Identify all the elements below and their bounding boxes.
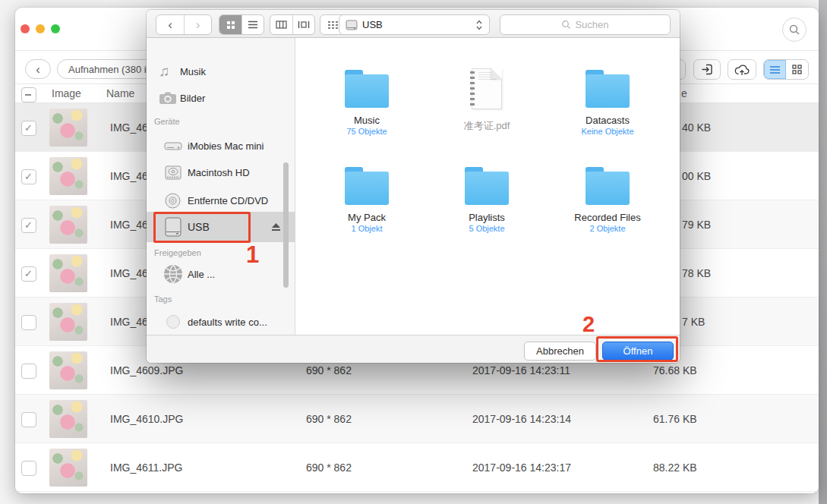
sidebar-item-musik[interactable]: ♫ Musik <box>147 60 295 83</box>
cloud-upload-button[interactable] <box>728 59 756 80</box>
folder-icon <box>465 172 509 205</box>
sidebar-item-macintosh-hd[interactable]: Macintosh HD <box>147 161 295 184</box>
sidebar-item-label: defaults write co... <box>188 317 267 328</box>
dialog-forward-button[interactable]: › <box>184 15 211 34</box>
row-checkbox[interactable] <box>21 218 36 233</box>
row-checkbox[interactable] <box>21 315 36 330</box>
open-file-dialog: ‹ › <box>147 10 680 363</box>
column-header-size-partial[interactable]: e <box>681 87 687 99</box>
breadcrumb-label: Aufnahmen (380 ite <box>68 64 154 75</box>
mac-mini-icon <box>164 142 182 150</box>
sidebar-item-bilder[interactable]: Bilder <box>147 87 295 109</box>
annotation-box-2 <box>596 336 678 362</box>
sidebar-item-imobies-mac-mini[interactable]: iMobies Mac mini <box>147 134 295 157</box>
sidebar-item-label: Bilder <box>180 93 205 104</box>
photo-thumbnail[interactable] <box>49 206 87 244</box>
file-size: 88.22 KB <box>653 461 697 474</box>
file-item-datacasts[interactable]: Datacasts Keine Objekte <box>558 68 657 136</box>
file-size: 78 KB <box>682 267 711 279</box>
photo-thumbnail[interactable] <box>49 351 87 389</box>
row-checkbox[interactable] <box>21 266 36 282</box>
file-name: IMG_4611.JPG <box>110 461 182 474</box>
photo-thumbnail[interactable] <box>49 157 87 195</box>
chevron-left-icon: ‹ <box>168 18 172 31</box>
file-item-count: 75 Objekte <box>317 127 416 136</box>
sidebar-item-label: iMobies Mac mini <box>188 140 264 152</box>
sidebar-item-label: Entfernte CD/DVD <box>188 195 268 206</box>
sidebar-item-usb[interactable]: USB <box>147 216 295 238</box>
location-select[interactable]: USB <box>339 14 490 35</box>
coverflow-view-button[interactable] <box>292 15 314 34</box>
column-header-image[interactable]: Image <box>52 87 81 99</box>
view-toggle <box>763 59 809 80</box>
dialog-back-button[interactable]: ‹ <box>156 15 184 34</box>
folder-icon <box>345 74 389 108</box>
group-by-icon <box>327 20 338 30</box>
cancel-button[interactable]: Abbrechen <box>524 342 596 361</box>
sidebar-item-alle[interactable]: Alle ... <box>147 263 295 285</box>
file-item-my-pack[interactable]: My Pack 1 Objekt <box>317 165 416 233</box>
file-item-name: Datacasts <box>558 115 657 126</box>
dialog-search-input[interactable]: Suchen <box>500 14 671 35</box>
eject-icon[interactable] <box>271 222 281 232</box>
row-checkbox[interactable] <box>21 364 36 379</box>
view-group-1 <box>219 14 264 35</box>
dialog-toolbar: ‹ › <box>147 10 680 38</box>
sidebar-section-tags: Tags <box>154 295 172 304</box>
column-view-button[interactable] <box>270 15 292 34</box>
photo-thumbnail[interactable] <box>49 254 87 292</box>
location-select-value: USB <box>362 19 383 30</box>
list-view-button[interactable] <box>764 60 786 79</box>
file-item-name: 准考证.pdf <box>437 119 536 133</box>
cloud-upload-icon <box>734 63 750 77</box>
file-name: IMG_4609.JPG <box>110 364 184 376</box>
file-item-pdf[interactable]: 准考证.pdf <box>437 68 536 133</box>
desktop-background-strip <box>819 0 827 504</box>
sidebar-item-tag-default[interactable]: defaults write co... <box>147 310 295 333</box>
minimize-window-button[interactable] <box>36 24 45 33</box>
app-search-button[interactable] <box>782 17 806 42</box>
chevron-left-icon: ‹ <box>36 63 40 76</box>
file-size: 79 KB <box>682 219 711 231</box>
close-window-button[interactable] <box>21 24 30 33</box>
file-size: 00 KB <box>682 170 711 182</box>
list-view-icon <box>769 65 781 74</box>
folder-icon <box>586 74 630 108</box>
list-view-button[interactable] <box>241 15 264 34</box>
table-row[interactable]: IMG_4611.JPG 690 * 862 2017-09-16 14:23:… <box>15 443 819 492</box>
annotation-step-2: 2 <box>582 312 595 337</box>
coverflow-view-icon <box>298 20 310 29</box>
usb-drive-icon <box>165 217 181 237</box>
camera-icon <box>159 92 177 105</box>
row-checkbox[interactable] <box>21 121 36 136</box>
photo-thumbnail[interactable] <box>49 303 87 341</box>
search-icon <box>561 20 571 30</box>
folder-icon <box>345 172 389 205</box>
file-size: 7 KB <box>682 316 705 328</box>
row-checkbox[interactable] <box>21 461 36 476</box>
photo-thumbnail[interactable] <box>49 400 87 438</box>
file-dimensions: 690 * 862 <box>306 461 352 474</box>
photo-thumbnail[interactable] <box>49 109 87 146</box>
file-item-music[interactable]: Music 75 Objekte <box>317 68 416 136</box>
sidebar-item-label: Macintosh HD <box>188 167 250 178</box>
sidebar-section-shared: Freigegeben <box>154 248 201 257</box>
zoom-window-button[interactable] <box>51 24 60 33</box>
file-item-playlists[interactable]: Playlists 5 Objekte <box>437 165 536 233</box>
grid-view-button[interactable] <box>786 60 808 79</box>
file-item-recorded-files[interactable]: Recorded Files 2 Objekte <box>558 165 657 233</box>
row-checkbox[interactable] <box>21 169 36 184</box>
search-icon <box>788 24 800 36</box>
column-header-name[interactable]: Name <box>106 87 134 99</box>
nav-buttons: ‹ › <box>156 14 212 35</box>
select-all-checkbox[interactable] <box>21 87 36 102</box>
table-row[interactable]: IMG_4610.JPG 690 * 862 2017-09-16 14:23:… <box>15 395 819 443</box>
photo-thumbnail[interactable] <box>49 449 87 487</box>
cancel-button-label: Abbrechen <box>536 345 584 357</box>
icon-view-button[interactable] <box>219 15 241 34</box>
file-item-count: 1 Objekt <box>317 224 416 233</box>
back-button[interactable]: ‹ <box>25 59 51 79</box>
row-checkbox[interactable] <box>21 412 36 427</box>
send-to-device-button[interactable] <box>693 59 721 80</box>
sidebar-item-entfernte-cd-dvd[interactable]: Entfernte CD/DVD <box>147 189 295 212</box>
